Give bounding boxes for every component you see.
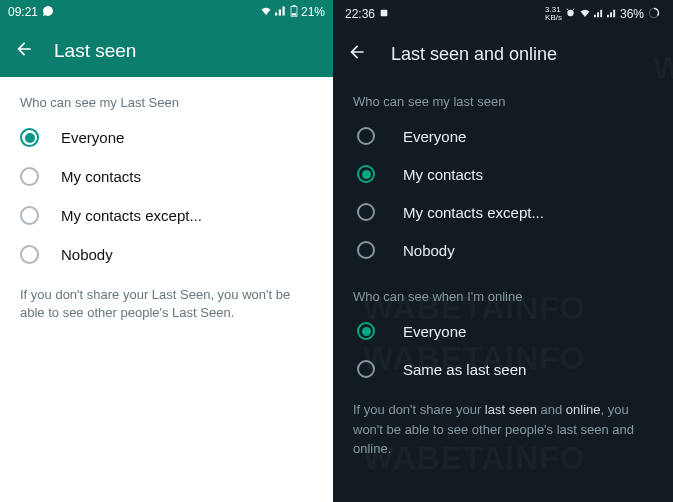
whatsapp-icon bbox=[42, 5, 54, 20]
option-everyone[interactable]: Everyone bbox=[333, 117, 673, 155]
option-label: My contacts bbox=[61, 168, 141, 185]
option-online-same-as-last-seen[interactable]: Same as last seen bbox=[333, 350, 673, 388]
option-label: My contacts except... bbox=[61, 207, 202, 224]
helper-text: If you don't share your last seen and on… bbox=[333, 388, 673, 459]
status-left: 22:36 bbox=[345, 7, 389, 21]
svg-rect-3 bbox=[381, 10, 388, 17]
svg-rect-1 bbox=[292, 5, 295, 7]
helper-part: If you don't share your bbox=[353, 402, 485, 417]
option-label: Everyone bbox=[403, 323, 466, 340]
radio-icon bbox=[357, 360, 375, 378]
option-my-contacts-except[interactable]: My contacts except... bbox=[333, 193, 673, 231]
option-label: Nobody bbox=[61, 246, 113, 263]
notification-icon bbox=[379, 7, 389, 21]
app-header: Last seen bbox=[0, 24, 333, 77]
page-title: Last seen and online bbox=[391, 44, 557, 65]
signal-icon bbox=[594, 7, 604, 21]
alarm-icon bbox=[565, 7, 576, 21]
radio-icon bbox=[20, 128, 39, 147]
option-nobody[interactable]: Nobody bbox=[0, 235, 333, 274]
radio-icon bbox=[20, 167, 39, 186]
wifi-icon bbox=[579, 7, 591, 21]
screenshot-left: 09:21 21% Last seen Who can see my Last … bbox=[0, 0, 333, 502]
wifi-icon bbox=[260, 5, 272, 19]
option-label: Nobody bbox=[403, 242, 455, 259]
section-label-online: Who can see when I'm online bbox=[333, 269, 673, 312]
status-bar: 22:36 3.31KB/s 36% bbox=[333, 0, 673, 28]
battery-icon bbox=[290, 5, 298, 20]
option-nobody[interactable]: Nobody bbox=[333, 231, 673, 269]
section-label: Who can see my Last Seen bbox=[0, 77, 333, 118]
option-label: Everyone bbox=[61, 129, 124, 146]
signal-icon bbox=[607, 7, 617, 21]
battery-percent: 21% bbox=[301, 5, 325, 19]
battery-percent: 36% bbox=[620, 7, 644, 21]
radio-icon bbox=[20, 206, 39, 225]
option-label: My contacts except... bbox=[403, 204, 544, 221]
option-label: Same as last seen bbox=[403, 361, 526, 378]
option-my-contacts-except[interactable]: My contacts except... bbox=[0, 196, 333, 235]
radio-icon bbox=[357, 127, 375, 145]
section-label-lastseen: Who can see my last seen bbox=[333, 80, 673, 117]
svg-rect-2 bbox=[292, 13, 297, 15]
status-right: 21% bbox=[260, 5, 325, 20]
option-online-everyone[interactable]: Everyone bbox=[333, 312, 673, 350]
option-my-contacts[interactable]: My contacts bbox=[0, 157, 333, 196]
option-label: My contacts bbox=[403, 166, 483, 183]
page-title: Last seen bbox=[54, 40, 136, 62]
option-everyone[interactable]: Everyone bbox=[0, 118, 333, 157]
option-label: Everyone bbox=[403, 128, 466, 145]
radio-icon bbox=[357, 322, 375, 340]
speed-icon: 3.31KB/s bbox=[545, 6, 562, 22]
back-arrow-icon[interactable] bbox=[14, 39, 34, 63]
helper-part: and bbox=[537, 402, 566, 417]
screenshot-right: WABETAINFO WABETAINFO WABETAINFO WABETAI… bbox=[333, 0, 673, 502]
status-time: 09:21 bbox=[8, 5, 38, 19]
radio-icon bbox=[357, 165, 375, 183]
status-bar: 09:21 21% bbox=[0, 0, 333, 24]
status-time: 22:36 bbox=[345, 7, 375, 21]
helper-highlight: online bbox=[566, 402, 601, 417]
app-header: Last seen and online bbox=[333, 28, 673, 80]
radio-icon bbox=[357, 203, 375, 221]
option-my-contacts[interactable]: My contacts bbox=[333, 155, 673, 193]
radio-icon bbox=[357, 241, 375, 259]
helper-text: If you don't share your Last Seen, you w… bbox=[0, 274, 333, 333]
radio-icon bbox=[20, 245, 39, 264]
helper-highlight: last seen bbox=[485, 402, 537, 417]
status-left: 09:21 bbox=[8, 5, 54, 20]
svg-point-4 bbox=[567, 10, 573, 16]
signal-icon bbox=[275, 5, 287, 19]
status-right: 3.31KB/s 36% bbox=[545, 6, 661, 23]
battery-ring-icon bbox=[647, 6, 661, 23]
back-arrow-icon[interactable] bbox=[347, 42, 367, 66]
